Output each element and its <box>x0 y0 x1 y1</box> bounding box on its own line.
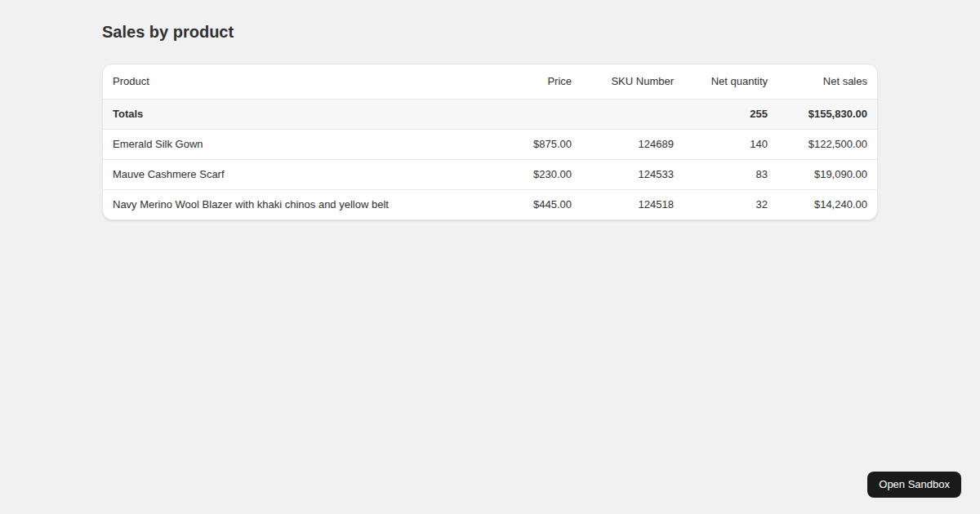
column-header-sku: SKU Number <box>581 64 684 99</box>
cell-net-sales: $122,500.00 <box>777 129 877 159</box>
sales-by-product-card: Product Price SKU Number Net quantity Ne… <box>102 64 878 220</box>
cell-sku: 124518 <box>581 189 684 219</box>
column-header-net-sales: Net sales <box>777 64 877 99</box>
table-header: Product Price SKU Number Net quantity Ne… <box>103 64 877 99</box>
totals-net-quantity: 255 <box>684 99 777 129</box>
table-row: Navy Merino Wool Blazer with khaki chino… <box>103 189 877 219</box>
cell-net-quantity: 83 <box>684 159 777 189</box>
totals-net-sales: $155,830.00 <box>777 99 877 129</box>
cell-product: Mauve Cashmere Scarf <box>103 159 479 189</box>
cell-price: $445.00 <box>479 189 581 219</box>
totals-price <box>479 99 581 129</box>
column-header-price: Price <box>479 64 581 99</box>
header-row: Product Price SKU Number Net quantity Ne… <box>103 64 877 99</box>
open-sandbox-button[interactable]: Open Sandbox <box>867 472 961 498</box>
column-header-net-quantity: Net quantity <box>684 64 777 99</box>
sales-by-product-table: Product Price SKU Number Net quantity Ne… <box>103 64 877 219</box>
cell-product: Emerald Silk Gown <box>103 129 479 159</box>
cell-price: $230.00 <box>479 159 581 189</box>
report-content: Sales by product Product Price SKU Numbe… <box>102 0 878 220</box>
table-row: Emerald Silk Gown $875.00 124689 140 $12… <box>103 129 877 159</box>
cell-product: Navy Merino Wool Blazer with khaki chino… <box>103 189 479 219</box>
totals-row: Totals 255 $155,830.00 <box>103 99 877 129</box>
cell-net-sales: $19,090.00 <box>777 159 877 189</box>
cell-sku: 124689 <box>581 129 684 159</box>
totals-label: Totals <box>103 99 479 129</box>
cell-net-quantity: 32 <box>684 189 777 219</box>
cell-net-sales: $14,240.00 <box>777 189 877 219</box>
page-title: Sales by product <box>102 22 878 42</box>
table-row: Mauve Cashmere Scarf $230.00 124533 83 $… <box>103 159 877 189</box>
cell-net-quantity: 140 <box>684 129 777 159</box>
cell-sku: 124533 <box>581 159 684 189</box>
totals-sku <box>581 99 684 129</box>
cell-price: $875.00 <box>479 129 581 159</box>
column-header-product: Product <box>103 64 479 99</box>
